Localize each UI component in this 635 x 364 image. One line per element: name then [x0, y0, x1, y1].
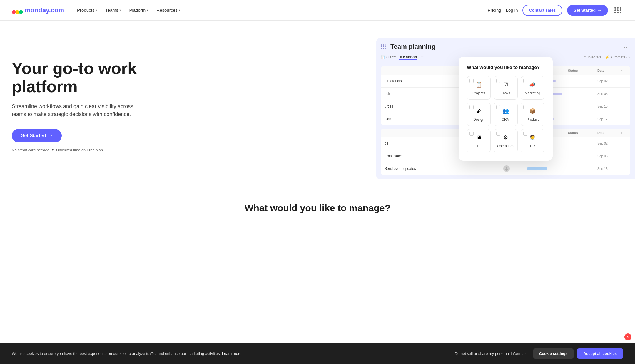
- board-menu-icon[interactable]: ···: [624, 43, 630, 50]
- separator-icon: ✦: [51, 148, 54, 152]
- marketing-label: Marketing: [525, 91, 540, 95]
- status-col-header-2: Status: [568, 131, 597, 135]
- logo-icon: [12, 6, 23, 14]
- add-col-button[interactable]: +: [621, 69, 627, 72]
- no-credit-card-text: No credit card needed: [12, 148, 49, 152]
- operations-label: Operations: [497, 144, 514, 148]
- arrow-icon: →: [597, 8, 601, 13]
- arrow-icon: →: [48, 133, 53, 138]
- chevron-down-icon: ▾: [147, 9, 148, 12]
- login-link[interactable]: Log in: [506, 8, 518, 13]
- modal-item-projects[interactable]: 📋 Projects: [467, 76, 491, 100]
- logo-text: monday.com: [25, 6, 64, 14]
- modal-item-product[interactable]: 📦 Product: [521, 103, 544, 126]
- table-row: Send event updates Sep 15: [381, 162, 630, 175]
- crm-icon: 👥: [502, 107, 510, 115]
- svg-point-16: [505, 169, 508, 171]
- product-icon: 📦: [528, 107, 537, 115]
- add-tab-button[interactable]: +: [420, 54, 424, 60]
- operations-icon: ⚙: [502, 133, 510, 142]
- board-tab-right: ⟳ Integrate ⚡ Automate / 2: [584, 55, 630, 59]
- contact-sales-button[interactable]: Contact sales: [522, 5, 562, 16]
- checkbox-hr[interactable]: [523, 132, 527, 136]
- chevron-down-icon: ▾: [179, 9, 180, 12]
- product-label: Product: [527, 118, 539, 122]
- hero-subtitle: Streamline workflows and gain clear visi…: [12, 103, 141, 118]
- tasks-icon: ☑: [502, 80, 510, 89]
- checkbox-it[interactable]: [469, 132, 474, 136]
- modal-item-tasks[interactable]: ☑ Tasks: [494, 76, 517, 100]
- hero-note: No credit card needed ✦ Unlimited time o…: [12, 148, 165, 152]
- integrate-button[interactable]: ⟳ Integrate: [584, 55, 602, 59]
- svg-point-0: [12, 10, 16, 14]
- modal-card: What would you like to manage? 📋 Project…: [459, 57, 553, 161]
- board-top-bar: Team planning ···: [381, 43, 630, 51]
- hero-section: Your go-to work platform Streamline work…: [0, 21, 635, 185]
- bottom-section: What would you like to manage?: [0, 185, 635, 231]
- chevron-down-icon: ▾: [96, 9, 97, 12]
- nav-right: Pricing Log in Contact sales Get Started…: [488, 5, 623, 16]
- apps-grid-icon[interactable]: [613, 5, 623, 15]
- checkbox-operations[interactable]: [496, 132, 500, 136]
- modal-item-crm[interactable]: 👥 CRM: [494, 103, 517, 126]
- get-started-nav-button[interactable]: Get Started →: [567, 5, 608, 16]
- design-icon: 🖌: [475, 107, 483, 115]
- checkbox-projects[interactable]: [469, 79, 474, 83]
- date-col-header-2: Date: [597, 131, 621, 135]
- hr-icon: 🧑‍💼: [528, 133, 537, 142]
- date-col-header: Date: [597, 69, 621, 72]
- add-col-button-2[interactable]: +: [621, 131, 627, 135]
- modal-item-marketing[interactable]: 📣 Marketing: [521, 76, 544, 100]
- nav-products[interactable]: Products ▾: [73, 5, 101, 15]
- nav-resources[interactable]: Resources ▾: [153, 5, 184, 15]
- it-label: IT: [477, 144, 480, 148]
- modal-item-design[interactable]: 🖌 Design: [467, 103, 491, 126]
- navbar: monday.com Products ▾ Teams ▾ Platform ▾…: [0, 0, 635, 21]
- kanban-tab[interactable]: ⊞ Kanban: [399, 55, 417, 60]
- pricing-link[interactable]: Pricing: [488, 8, 501, 13]
- checkbox-design[interactable]: [469, 105, 474, 109]
- checkbox-marketing[interactable]: [523, 79, 527, 83]
- nav-teams[interactable]: Teams ▾: [102, 5, 124, 15]
- board-title: Team planning: [390, 43, 436, 51]
- hero-title: Your go-to work platform: [12, 59, 165, 95]
- automate-button[interactable]: ⚡ Automate / 2: [605, 55, 630, 59]
- svg-point-1: [16, 10, 19, 14]
- hero-text: Your go-to work platform Streamline work…: [12, 59, 165, 152]
- projects-label: Projects: [472, 91, 485, 95]
- nav-links: Products ▾ Teams ▾ Platform ▾ Resources …: [73, 5, 488, 15]
- svg-point-15: [506, 167, 507, 169]
- modal-item-operations[interactable]: ⚙ Operations: [494, 129, 517, 152]
- chevron-down-icon: ▾: [119, 9, 121, 12]
- modal-item-hr[interactable]: 🧑‍💼 HR: [521, 129, 544, 152]
- unlimited-time-text: Unlimited time on Free plan: [56, 148, 103, 152]
- design-label: Design: [473, 118, 484, 122]
- projects-icon: 📋: [475, 80, 483, 89]
- manage-modal: What would you like to manage? 📋 Project…: [459, 57, 553, 161]
- modal-grid: 📋 Projects ☑ Tasks 📣: [467, 76, 544, 152]
- hero-board-area: Team planning ··· 📊 Gantt ⊞ Kanban + ⟳ I…: [376, 38, 635, 179]
- hr-label: HR: [530, 144, 535, 148]
- logo[interactable]: monday.com: [12, 6, 64, 14]
- checkbox-product[interactable]: [523, 105, 527, 109]
- modal-title: What would you like to manage?: [467, 65, 544, 70]
- status-col-header: Status: [568, 69, 597, 72]
- marketing-icon: 📣: [528, 80, 537, 89]
- it-icon: 🖥: [475, 133, 483, 142]
- checkbox-crm[interactable]: [496, 105, 500, 109]
- svg-point-2: [19, 10, 23, 14]
- tasks-label: Tasks: [501, 91, 510, 95]
- checkbox-tasks[interactable]: [496, 79, 500, 83]
- crm-label: CRM: [502, 118, 509, 122]
- avatar: [503, 165, 510, 172]
- modal-item-it[interactable]: 🖥 IT: [467, 129, 491, 152]
- bottom-title: What would you like to manage?: [12, 203, 623, 214]
- board-grid-icon: [381, 44, 386, 49]
- nav-platform[interactable]: Platform ▾: [126, 5, 152, 15]
- get-started-hero-button[interactable]: Get Started →: [12, 129, 62, 142]
- gantt-tab[interactable]: 📊 Gantt: [381, 55, 396, 59]
- board-container: Team planning ··· 📊 Gantt ⊞ Kanban + ⟳ I…: [376, 38, 635, 179]
